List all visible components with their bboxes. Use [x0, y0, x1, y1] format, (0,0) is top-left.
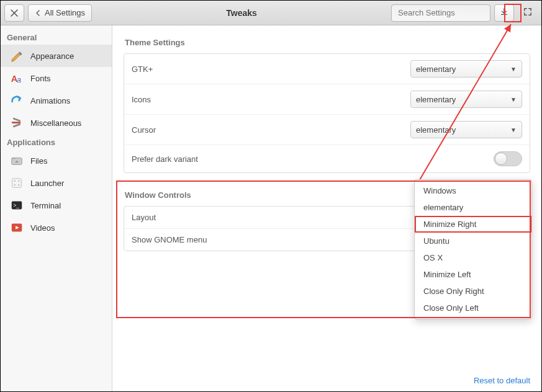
headerbar: All Settings Tweaks: [1, 1, 541, 25]
layout-option-highlighted[interactable]: Minimize Right: [415, 216, 531, 233]
sidebar-item-label: Files: [30, 156, 47, 166]
icons-combo[interactable]: elementary ▼: [410, 91, 522, 108]
svg-rect-5: [13, 117, 21, 122]
maximize-button[interactable]: [518, 4, 538, 22]
sidebar-section-applications: Applications: [1, 134, 112, 149]
sidebar-item-fonts[interactable]: Aa Fonts: [1, 67, 112, 89]
layout-option[interactable]: elementary: [415, 199, 531, 216]
svg-text:a: a: [17, 75, 21, 84]
layout-option[interactable]: OS X: [415, 249, 531, 266]
layout-option[interactable]: Minimize Left: [415, 266, 531, 283]
download-icon: [500, 7, 508, 18]
layout-option[interactable]: Close Only Right: [415, 283, 531, 300]
download-button[interactable]: [494, 4, 514, 22]
svg-rect-4: [12, 122, 21, 123]
row-label: Icons: [132, 95, 151, 104]
gtk-combo[interactable]: elementary ▼: [410, 60, 522, 78]
sidebar: General Appearance Aa Fonts Animations M…: [1, 25, 112, 391]
row-label: Prefer dark variant: [132, 154, 198, 164]
sidebar-item-label: Videos: [30, 223, 55, 233]
sidebar-item-appearance[interactable]: Appearance: [1, 45, 112, 67]
window-title: Tweaks: [96, 8, 387, 18]
appearance-icon: [9, 48, 24, 63]
caret-down-icon: ▼: [510, 66, 517, 73]
expand-icon: [523, 7, 532, 18]
layout-option[interactable]: Ubuntu: [415, 233, 531, 249]
back-all-settings-button[interactable]: All Settings: [28, 4, 92, 22]
row-label: Show GNOME menu: [132, 235, 207, 244]
svg-text:>_: >_: [14, 203, 20, 208]
row-dark-variant: Prefer dark variant: [124, 145, 530, 172]
sidebar-item-animations[interactable]: Animations: [1, 89, 112, 112]
row-icons: Icons elementary ▼: [124, 84, 530, 115]
theme-rows: GTK+ elementary ▼ Icons elementary ▼ Cur…: [124, 53, 530, 173]
svg-rect-8: [12, 179, 22, 188]
cursor-combo[interactable]: elementary ▼: [410, 121, 522, 138]
dark-variant-switch[interactable]: [494, 151, 522, 166]
reset-to-default-link[interactable]: Reset to default: [474, 376, 530, 385]
sidebar-item-misc[interactable]: Miscellaneous: [1, 112, 112, 134]
combo-value: elementary: [416, 65, 456, 74]
search-input[interactable]: [398, 8, 502, 17]
row-label: GTK+: [132, 65, 153, 74]
svg-rect-9: [14, 180, 16, 182]
close-button[interactable]: [4, 4, 24, 22]
sidebar-item-label: Animations: [30, 96, 70, 105]
theme-section-title: Theme Settings: [125, 38, 530, 47]
svg-rect-10: [18, 180, 20, 182]
sidebar-section-general: General: [1, 29, 112, 45]
caret-down-icon: ▼: [510, 96, 517, 103]
animations-icon: [9, 93, 24, 108]
sidebar-item-label: Launcher: [30, 179, 64, 188]
layout-option[interactable]: Windows: [415, 182, 531, 199]
misc-icon: [9, 115, 24, 130]
search-field[interactable]: [391, 4, 490, 22]
videos-icon: [9, 220, 24, 235]
launcher-icon: [9, 176, 24, 190]
row-gtk: GTK+ elementary ▼: [124, 54, 530, 84]
sidebar-item-terminal[interactable]: >_ Terminal: [1, 194, 112, 216]
sidebar-item-label: Fonts: [30, 74, 51, 83]
svg-rect-12: [18, 184, 20, 186]
row-label: Cursor: [132, 125, 156, 135]
svg-rect-11: [14, 184, 16, 186]
fonts-icon: Aa: [9, 71, 24, 86]
terminal-icon: >_: [9, 198, 24, 213]
sidebar-item-files[interactable]: Files: [1, 149, 112, 172]
row-label: Layout: [132, 213, 156, 222]
caret-down-icon: ▼: [510, 127, 517, 133]
svg-rect-6: [13, 123, 21, 128]
sidebar-item-label: Miscellaneous: [30, 118, 81, 128]
layout-option[interactable]: Close Only Left: [415, 300, 531, 316]
sidebar-item-label: Terminal: [30, 201, 61, 210]
sidebar-item-launcher[interactable]: Launcher: [1, 172, 112, 194]
back-label: All Settings: [45, 8, 85, 17]
sidebar-item-videos[interactable]: Videos: [1, 216, 112, 239]
row-cursor: Cursor elementary ▼: [124, 115, 530, 145]
layout-dropdown[interactable]: Windows elementary Minimize Right Ubuntu…: [414, 179, 532, 319]
files-icon: [9, 153, 24, 168]
combo-value: elementary: [416, 125, 456, 135]
sidebar-item-label: Appearance: [30, 51, 74, 61]
combo-value: elementary: [416, 95, 456, 104]
switch-knob: [495, 153, 507, 165]
